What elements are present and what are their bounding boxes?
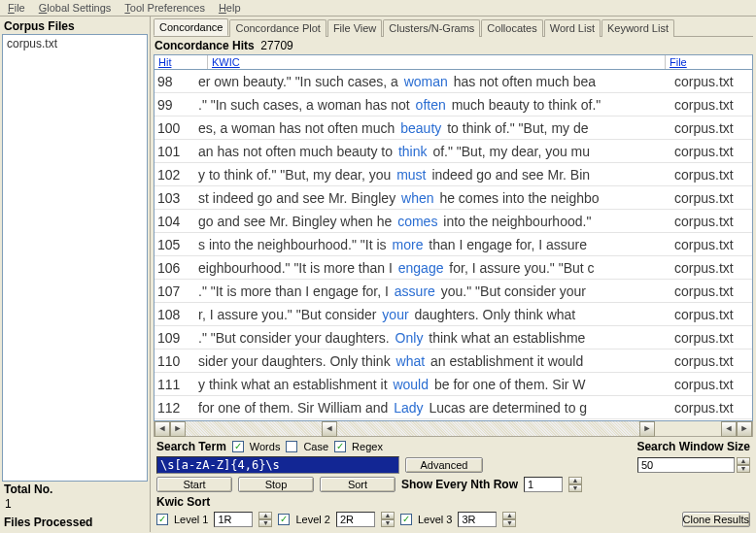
file-name: corpus.txt — [674, 190, 752, 206]
kwic-text: eighbourhood." "It is more than I engage… — [198, 260, 674, 276]
hit-number: 99 — [155, 97, 198, 113]
level1-label: Level 1 — [174, 514, 208, 525]
file-name: corpus.txt — [674, 237, 752, 252]
level3-label: Level 3 — [418, 514, 452, 525]
table-row[interactable]: 105s into the neighbourhood." "It is mor… — [155, 233, 752, 256]
table-row[interactable]: 110sider your daughters. Only think what… — [155, 350, 752, 373]
table-row[interactable]: 106eighbourhood." "It is more than I eng… — [155, 256, 752, 280]
level1-spinner[interactable]: ▲▼ — [258, 512, 272, 527]
menu-tool[interactable]: Tool Preferences — [120, 1, 210, 15]
hit-number: 110 — [155, 353, 198, 369]
file-name: corpus.txt — [674, 74, 752, 89]
corpus-files-heading: Corpus Files — [2, 18, 148, 34]
table-row[interactable]: 101an has not often much beauty to think… — [155, 140, 752, 163]
concordance-grid[interactable]: 98er own beauty." "In such cases, a woma… — [154, 69, 753, 421]
col-hit[interactable]: Hit — [155, 55, 208, 69]
case-checkbox[interactable] — [286, 441, 297, 452]
scroll-left-icon-2[interactable]: ◄ — [322, 421, 337, 437]
col-file[interactable]: File — [666, 55, 752, 69]
level3-checkbox[interactable]: ✓ — [400, 514, 412, 525]
show-every-spinner[interactable]: ▲▼ — [568, 477, 582, 492]
corpus-file-item[interactable]: corpus.txt — [7, 37, 143, 50]
table-row[interactable]: 102y to think of." "But, my dear, you mu… — [155, 163, 752, 186]
table-row[interactable]: 112for one of them. Sir William and Lady… — [155, 396, 752, 419]
table-row[interactable]: 103st indeed go and see Mr. Bingley when… — [155, 186, 752, 210]
level2-checkbox[interactable]: ✓ — [278, 514, 290, 525]
kwic-text: an has not often much beauty to think of… — [198, 144, 674, 159]
level1-field[interactable]: 1R — [214, 512, 253, 527]
file-name: corpus.txt — [674, 214, 752, 229]
level3-spinner[interactable]: ▲▼ — [502, 512, 516, 527]
table-row[interactable]: 104go and see Mr. Bingley when he comes … — [155, 210, 752, 233]
col-kwic[interactable]: KWIC — [208, 55, 666, 69]
start-button[interactable]: Start — [156, 477, 232, 492]
show-every-label: Show Every Nth Row — [401, 478, 518, 491]
level2-field[interactable]: 2R — [336, 512, 375, 527]
kwic-text: s into the neighbourhood." "It is more t… — [198, 237, 674, 252]
menu-help[interactable]: Help — [214, 1, 246, 15]
level2-label: Level 2 — [295, 514, 329, 525]
hscrollbar[interactable]: ◄ ► ◄ ► ◄ ► — [154, 421, 753, 437]
tab-word-list[interactable]: Word List — [544, 19, 601, 37]
tab-clusters[interactable]: Clusters/N-Grams — [383, 19, 480, 37]
tab-collocates[interactable]: Collocates — [481, 19, 542, 37]
hit-number: 109 — [155, 330, 198, 346]
regex-label: Regex — [352, 441, 383, 452]
hit-number: 102 — [155, 167, 198, 183]
tab-file-view[interactable]: File View — [327, 19, 382, 37]
hit-number: 108 — [155, 307, 198, 322]
stop-button[interactable]: Stop — [238, 477, 314, 492]
words-label: Words — [250, 441, 281, 452]
tab-plot[interactable]: Concordance Plot — [229, 19, 326, 37]
menu-global[interactable]: Global Settings — [34, 1, 117, 15]
kwic-text: es, a woman has not often much beauty to… — [198, 120, 674, 136]
file-name: corpus.txt — [674, 377, 752, 392]
hit-number: 98 — [155, 74, 198, 89]
kwic-text: r, I assure you." "But consider your dau… — [198, 307, 674, 322]
advanced-button[interactable]: Advanced — [405, 457, 483, 473]
file-name: corpus.txt — [674, 283, 752, 299]
clone-results-button[interactable]: Clone Results — [682, 512, 750, 527]
menu-file[interactable]: File — [3, 1, 30, 15]
table-row[interactable]: 100es, a woman has not often much beauty… — [155, 117, 752, 140]
window-spinner[interactable]: ▲▼ — [737, 457, 750, 473]
file-name: corpus.txt — [674, 144, 752, 159]
show-every-field[interactable]: 1 — [524, 477, 563, 492]
level2-spinner[interactable]: ▲▼ — [381, 512, 395, 527]
search-input[interactable]: \s[a-zA-Z]{4,6}\s — [156, 456, 399, 474]
scroll-right-icon[interactable]: ► — [170, 421, 186, 437]
table-row[interactable]: 108r, I assure you." "But consider your … — [155, 303, 752, 326]
level3-field[interactable]: 3R — [458, 512, 497, 527]
file-name: corpus.txt — [674, 353, 752, 369]
hit-number: 101 — [155, 144, 198, 159]
kwic-text: y think what an establishment it would b… — [198, 377, 674, 392]
scroll-left-icon-3[interactable]: ◄ — [721, 421, 737, 437]
kwic-text: er own beauty." "In such cases, a woman … — [198, 74, 674, 89]
sort-button[interactable]: Sort — [320, 477, 395, 492]
file-name: corpus.txt — [674, 120, 752, 136]
search-window-label: Search Window Size — [636, 440, 750, 453]
level1-checkbox[interactable]: ✓ — [156, 514, 168, 525]
table-row[interactable]: 107." "It is more than I engage for, I a… — [155, 280, 752, 303]
hit-number: 111 — [155, 377, 198, 392]
scroll-right-icon-2[interactable]: ► — [639, 421, 655, 437]
regex-checkbox[interactable]: ✓ — [334, 441, 346, 452]
kwic-text: st indeed go and see Mr. Bingley when he… — [198, 190, 674, 206]
table-row[interactable]: 98er own beauty." "In such cases, a woma… — [155, 70, 752, 93]
kwic-text: ." "But consider your daughters. Only th… — [198, 330, 674, 346]
right-panel: Concordance Concordance Plot File View C… — [151, 17, 756, 532]
search-window-field[interactable]: 50 — [637, 457, 735, 473]
tab-keyword-list[interactable]: Keyword List — [601, 19, 674, 37]
table-row[interactable]: 111y think what an establishment it woul… — [155, 373, 752, 396]
concordance-hits: Concordance Hits 27709 — [154, 37, 753, 54]
scroll-right-icon-3[interactable]: ► — [737, 421, 752, 437]
left-panel: Corpus Files corpus.txt Total No. 1 File… — [0, 17, 151, 532]
table-row[interactable]: 99." "In such cases, a woman has not oft… — [155, 93, 752, 117]
file-name: corpus.txt — [674, 167, 752, 183]
words-checkbox[interactable]: ✓ — [232, 441, 244, 452]
table-row[interactable]: 109." "But consider your daughters. Only… — [155, 326, 752, 350]
scroll-left-icon[interactable]: ◄ — [155, 421, 170, 437]
corpus-files-list[interactable]: corpus.txt — [2, 34, 148, 482]
tab-concordance[interactable]: Concordance — [154, 18, 228, 36]
kwic-text: go and see Mr. Bingley when he comes int… — [198, 214, 674, 229]
